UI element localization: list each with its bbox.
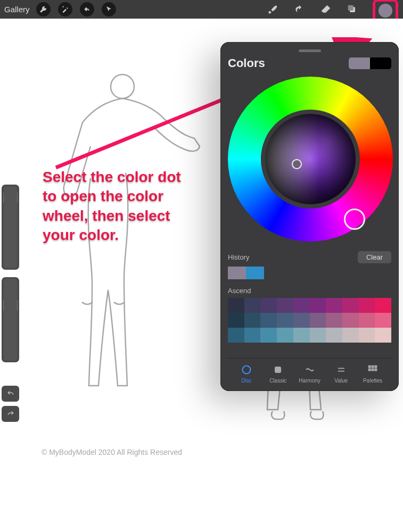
svg-point-3 bbox=[243, 366, 251, 374]
palette-swatch[interactable] bbox=[310, 313, 326, 328]
value-icon bbox=[335, 364, 347, 376]
palette-swatch[interactable] bbox=[359, 328, 375, 343]
tab-disc[interactable]: Disc bbox=[231, 364, 262, 384]
palette-swatch[interactable] bbox=[277, 313, 293, 328]
wand-icon[interactable] bbox=[58, 2, 72, 16]
palette-label: Ascend bbox=[228, 287, 391, 295]
palette-swatch[interactable] bbox=[228, 313, 244, 328]
cursor-icon[interactable] bbox=[102, 2, 116, 16]
color-wheel[interactable] bbox=[228, 77, 393, 242]
current-color-dot[interactable] bbox=[379, 4, 392, 18]
layers-icon[interactable] bbox=[347, 4, 358, 15]
color-panel-tabs: DiscClassicHarmonyValuePalettes bbox=[228, 358, 391, 386]
panel-title: Colors bbox=[228, 56, 265, 70]
svg-rect-7 bbox=[374, 365, 377, 368]
palette-swatch[interactable] bbox=[293, 298, 310, 313]
palette-swatch[interactable] bbox=[228, 328, 244, 343]
colors-panel: Colors History Clear Ascend DiscClassicH… bbox=[220, 42, 399, 391]
canvas[interactable]: Select the color dot to open the color w… bbox=[0, 19, 403, 532]
current-swatches[interactable] bbox=[349, 57, 391, 69]
svg-rect-1 bbox=[348, 5, 353, 10]
tab-harmony[interactable]: Harmony bbox=[294, 364, 325, 384]
harmony-icon bbox=[304, 364, 316, 376]
palette-swatch[interactable] bbox=[342, 298, 359, 313]
palette-swatch[interactable] bbox=[310, 328, 326, 343]
eraser-icon[interactable] bbox=[320, 4, 332, 15]
copyright-text: © MyBodyModel 2020 All Rights Reserved bbox=[42, 448, 182, 456]
palette-swatch[interactable] bbox=[244, 298, 261, 313]
svg-rect-10 bbox=[374, 369, 377, 371]
gallery-button[interactable]: Gallery bbox=[4, 5, 30, 14]
tab-label: Harmony bbox=[299, 378, 320, 384]
palette-swatch[interactable] bbox=[326, 298, 342, 313]
svg-rect-8 bbox=[368, 369, 371, 371]
history-swatch[interactable] bbox=[246, 267, 264, 279]
selection-icon[interactable] bbox=[80, 2, 94, 16]
hue-cursor[interactable] bbox=[344, 209, 365, 230]
palette-swatch[interactable] bbox=[293, 328, 310, 343]
svg-rect-6 bbox=[372, 365, 374, 368]
palette-swatch[interactable] bbox=[326, 313, 342, 328]
classic-icon bbox=[272, 364, 284, 376]
palette-swatch[interactable] bbox=[277, 328, 293, 343]
primary-swatch[interactable] bbox=[349, 57, 370, 69]
palette-swatch[interactable] bbox=[260, 328, 277, 343]
redo-icon[interactable] bbox=[2, 406, 19, 422]
history-label: History bbox=[228, 253, 249, 261]
palettes-icon bbox=[367, 364, 379, 376]
wrench-icon[interactable] bbox=[36, 2, 51, 16]
palette-swatch[interactable] bbox=[244, 328, 261, 343]
annotation-text: Select the color dot to open the color w… bbox=[43, 168, 197, 245]
history-strip bbox=[228, 267, 391, 279]
slider-thumb[interactable] bbox=[3, 191, 18, 205]
slider-thumb[interactable] bbox=[3, 298, 18, 312]
secondary-swatch[interactable] bbox=[370, 57, 391, 69]
palette-grid bbox=[228, 298, 391, 343]
tab-label: Classic bbox=[269, 378, 286, 384]
palette-swatch[interactable] bbox=[375, 313, 391, 328]
tab-classic[interactable]: Classic bbox=[262, 364, 293, 384]
palette-swatch[interactable] bbox=[359, 298, 375, 313]
palette-swatch[interactable] bbox=[277, 298, 293, 313]
tab-palettes[interactable]: Palettes bbox=[357, 364, 388, 384]
palette-swatch[interactable] bbox=[375, 298, 391, 313]
palette-swatch[interactable] bbox=[293, 313, 310, 328]
brush-size-slider[interactable] bbox=[2, 185, 19, 270]
smudge-icon[interactable] bbox=[293, 4, 305, 15]
palette-swatch[interactable] bbox=[342, 313, 359, 328]
palette-swatch[interactable] bbox=[244, 313, 261, 328]
saturation-value-disc[interactable] bbox=[265, 114, 356, 204]
palette-swatch[interactable] bbox=[375, 328, 391, 343]
top-toolbar: Gallery bbox=[0, 0, 403, 19]
undo-icon[interactable] bbox=[2, 386, 19, 402]
brush-icon[interactable] bbox=[267, 4, 278, 15]
svg-rect-4 bbox=[275, 367, 281, 373]
palette-swatch[interactable] bbox=[310, 298, 326, 313]
panel-grabber[interactable] bbox=[299, 49, 321, 52]
sv-cursor[interactable] bbox=[292, 159, 302, 169]
tab-label: Palettes bbox=[363, 378, 382, 384]
palette-swatch[interactable] bbox=[228, 298, 244, 313]
history-swatch[interactable] bbox=[228, 267, 246, 279]
clear-history-button[interactable]: Clear bbox=[358, 251, 391, 263]
disc-icon bbox=[241, 364, 252, 376]
svg-rect-5 bbox=[368, 365, 371, 368]
tab-value[interactable]: Value bbox=[326, 364, 357, 384]
svg-rect-9 bbox=[372, 369, 374, 371]
tab-label: Disc bbox=[241, 378, 251, 384]
palette-swatch[interactable] bbox=[359, 313, 375, 328]
palette-swatch[interactable] bbox=[342, 328, 359, 343]
palette-swatch[interactable] bbox=[260, 298, 277, 313]
brush-opacity-slider[interactable] bbox=[2, 277, 19, 362]
palette-swatch[interactable] bbox=[326, 328, 342, 343]
tab-label: Value bbox=[334, 378, 348, 384]
palette-swatch[interactable] bbox=[260, 313, 277, 328]
side-slider-group bbox=[2, 185, 19, 426]
